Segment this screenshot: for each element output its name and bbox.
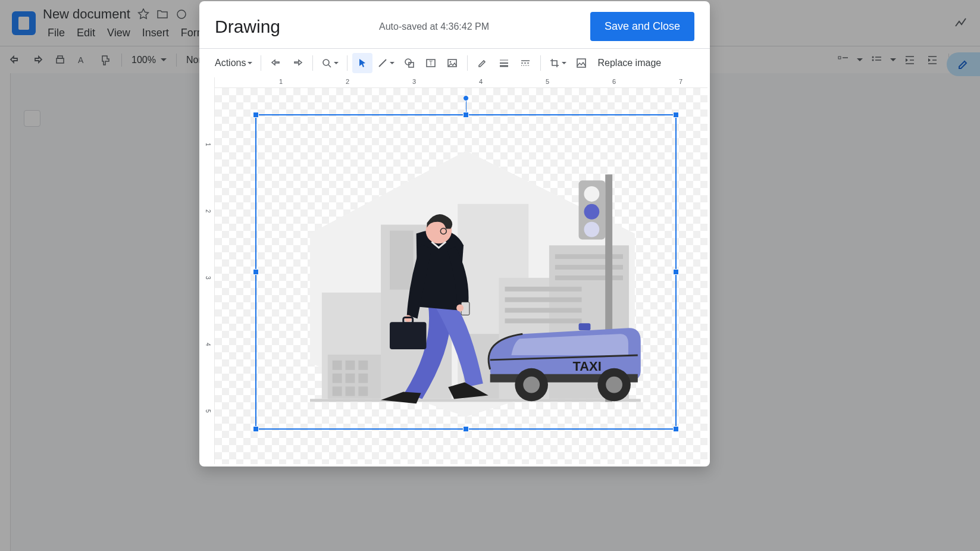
line-tool-button[interactable]: [374, 53, 398, 73]
zoom-tool-button[interactable]: [318, 53, 342, 73]
svg-point-75: [405, 315, 412, 322]
svg-point-63: [584, 186, 599, 202]
textbox-tool-button[interactable]: T: [421, 53, 441, 73]
svg-rect-49: [555, 254, 623, 259]
svg-rect-57: [358, 374, 368, 383]
mask-image-button[interactable]: [571, 53, 591, 73]
svg-rect-36: [310, 399, 641, 402]
svg-rect-45: [505, 287, 582, 292]
border-dash-button[interactable]: [515, 53, 536, 73]
svg-rect-55: [333, 374, 342, 383]
svg-rect-76: [390, 322, 427, 349]
svg-rect-60: [358, 387, 368, 396]
drawing-canvas[interactable]: TAXI: [215, 88, 707, 464]
vertical-ruler: 1 2 3 4 5: [202, 77, 215, 464]
actions-menu-button[interactable]: Actions: [211, 53, 256, 73]
selection-box[interactable]: TAXI: [255, 114, 677, 430]
svg-rect-59: [346, 387, 355, 396]
svg-point-27: [450, 61, 452, 63]
svg-point-74: [456, 305, 464, 312]
svg-point-70: [523, 377, 540, 393]
horizontal-ruler: 1 2 3 4 5 6 7: [215, 77, 707, 88]
shape-tool-button[interactable]: [399, 53, 419, 73]
drawing-toolbar: Actions T Replace image: [199, 49, 710, 77]
svg-text:T: T: [429, 60, 433, 67]
svg-point-65: [584, 222, 599, 237]
svg-point-64: [584, 204, 599, 220]
svg-rect-52: [333, 361, 342, 370]
svg-rect-47: [505, 308, 582, 313]
svg-rect-53: [346, 361, 355, 370]
replace-image-button[interactable]: Replace image: [593, 53, 666, 73]
redo-button[interactable]: [287, 53, 308, 73]
inserted-image[interactable]: TAXI: [256, 115, 675, 428]
crop-button[interactable]: [546, 53, 570, 73]
svg-point-72: [606, 377, 622, 393]
svg-rect-56: [346, 374, 355, 383]
taxi-label: TAXI: [573, 359, 602, 374]
canvas-wrap: 1 2 3 4 5 1 2 3 4 5 6 7: [199, 77, 710, 467]
svg-rect-50: [555, 265, 623, 270]
svg-rect-46: [505, 298, 582, 302]
border-color-button[interactable]: [472, 53, 493, 73]
save-and-close-button[interactable]: Save and Close: [590, 12, 694, 41]
border-weight-button[interactable]: [494, 53, 514, 73]
svg-rect-40: [390, 231, 414, 290]
svg-rect-66: [579, 323, 591, 330]
drawing-dialog: Drawing Auto-saved at 4:36:42 PM Save an…: [199, 1, 710, 467]
svg-rect-48: [505, 318, 582, 323]
image-tool-button[interactable]: [442, 53, 462, 73]
svg-rect-54: [358, 361, 368, 370]
undo-button[interactable]: [266, 53, 286, 73]
dialog-title: Drawing: [215, 17, 280, 37]
svg-rect-34: [577, 59, 586, 67]
rotate-handle[interactable]: [463, 95, 469, 101]
svg-point-19: [323, 60, 329, 65]
autosave-status: Auto-saved at 4:36:42 PM: [379, 21, 489, 32]
svg-line-20: [328, 65, 331, 67]
svg-line-21: [379, 60, 386, 67]
svg-rect-51: [555, 276, 623, 280]
svg-point-22: [405, 59, 411, 65]
dialog-header: Drawing Auto-saved at 4:36:42 PM Save an…: [199, 1, 710, 48]
svg-rect-58: [333, 387, 342, 396]
select-tool-button[interactable]: [352, 53, 372, 73]
